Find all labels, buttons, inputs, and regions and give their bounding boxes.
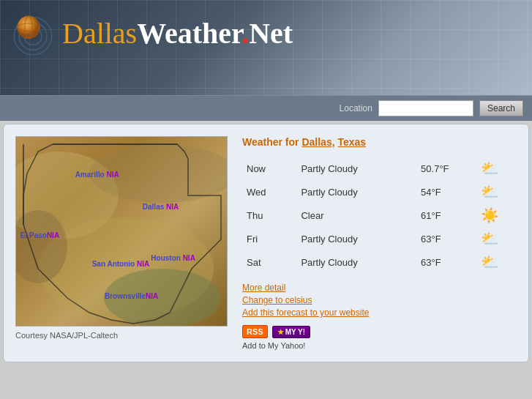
map-section: Amarillo NIA Dallas NIA El PasoNIA San A… <box>15 136 228 340</box>
weather-title-prefix: Weather for <box>242 136 301 148</box>
title-weather: Weather <box>137 17 241 50</box>
map-credit: Courtesy NASA/JPL-Caltech <box>15 331 228 340</box>
weather-condition: Clear <box>296 204 416 227</box>
weather-city-link[interactable]: Dallas <box>301 136 331 148</box>
site-title: DallasWeather.Net <box>62 16 293 51</box>
city-dallas: Dallas NIA <box>143 203 179 211</box>
main-content: Amarillo NIA Dallas NIA El PasoNIA San A… <box>3 124 529 362</box>
weather-section: Weather for Dallas, Texas Now Partly Clo… <box>242 136 517 350</box>
yahoo-badge[interactable]: ★ MY Y! <box>272 326 310 338</box>
weather-temp: 63°F <box>416 250 476 274</box>
globe-radar-icon <box>11 11 55 55</box>
links-section: More detail Change to celsius Add this f… <box>242 283 517 318</box>
weather-temp: 50.7°F <box>416 157 476 180</box>
map-container: Amarillo NIA Dallas NIA El PasoNIA San A… <box>15 136 228 327</box>
weather-day: Sat <box>242 250 296 274</box>
weather-rows: Now Partly Cloudy 50.7°F ⛅ Wed Partly Cl… <box>242 157 517 274</box>
site-logo: DallasWeather.Net <box>11 11 293 55</box>
yahoo-star-icon: ★ <box>277 328 284 336</box>
weather-title: Weather for Dallas, Texas <box>242 136 517 148</box>
weather-condition: Partly Cloudy <box>296 227 416 250</box>
city-brownsville: BrownsvilleNIA <box>105 292 158 300</box>
title-net: Net <box>249 17 293 50</box>
weather-icon-cell: ⛅ <box>476 250 517 274</box>
weather-icon-cell: ⛅ <box>476 227 517 250</box>
add-forecast-link[interactable]: Add this forecast to your website <box>242 307 517 318</box>
weather-temp: 61°F <box>416 204 476 227</box>
location-bar: Location Search <box>0 95 532 121</box>
weather-row: Sat Partly Cloudy 63°F ⛅ <box>242 250 517 274</box>
weather-temp: 54°F <box>416 180 476 204</box>
change-celsius-link[interactable]: Change to celsius <box>242 295 517 305</box>
weather-row: Now Partly Cloudy 50.7°F ⛅ <box>242 157 517 180</box>
weather-temp: 63°F <box>416 227 476 250</box>
weather-day: Now <box>242 157 296 180</box>
weather-day: Fri <box>242 227 296 250</box>
more-detail-link[interactable]: More detail <box>242 283 517 293</box>
weather-condition: Partly Cloudy <box>296 180 416 204</box>
title-dot: . <box>241 17 249 50</box>
city-sanantonio: San Antonio NIA <box>92 260 150 268</box>
weather-state-link[interactable]: Texas <box>337 136 366 148</box>
weather-icon-cell: ⛅ <box>476 157 517 180</box>
location-label: Location <box>340 103 372 113</box>
rss-section: RSS ★ MY Y! Add to My Yahoo! <box>242 325 517 350</box>
weather-day: Thu <box>242 204 296 227</box>
weather-condition: Partly Cloudy <box>296 157 416 180</box>
location-input[interactable] <box>378 100 473 116</box>
weather-condition: Partly Cloudy <box>296 250 416 274</box>
weather-icon-cell: ☀️ <box>476 204 517 227</box>
city-elpaso: El PasoNIA <box>20 231 59 239</box>
svg-point-4 <box>18 16 40 39</box>
weather-condition-icon: ⛅ <box>481 184 499 200</box>
weather-table: Now Partly Cloudy 50.7°F ⛅ Wed Partly Cl… <box>242 157 517 274</box>
rss-badges: RSS ★ MY Y! <box>242 325 310 338</box>
weather-row: Thu Clear 61°F ☀️ <box>242 204 517 227</box>
weather-condition-icon: ⛅ <box>481 160 499 176</box>
search-button[interactable]: Search <box>479 100 523 116</box>
header-banner: DallasWeather.Net <box>0 0 532 95</box>
weather-condition-icon: ⛅ <box>481 231 499 247</box>
add-yahoo-label[interactable]: Add to My Yahoo! <box>242 341 305 350</box>
title-dallas: Dallas <box>62 17 137 50</box>
yahoo-badge-label: MY Y! <box>285 328 305 336</box>
weather-day: Wed <box>242 180 296 204</box>
weather-row: Fri Partly Cloudy 63°F ⛅ <box>242 227 517 250</box>
city-amarillo: Amarillo NIA <box>75 171 119 179</box>
weather-condition-icon: ☀️ <box>481 207 499 223</box>
weather-icon-cell: ⛅ <box>476 180 517 204</box>
weather-condition-icon: ⛅ <box>481 254 499 270</box>
city-houston: Houston NIA <box>151 254 195 262</box>
rss-badge[interactable]: RSS <box>242 325 268 338</box>
weather-row: Wed Partly Cloudy 54°F ⛅ <box>242 180 517 204</box>
